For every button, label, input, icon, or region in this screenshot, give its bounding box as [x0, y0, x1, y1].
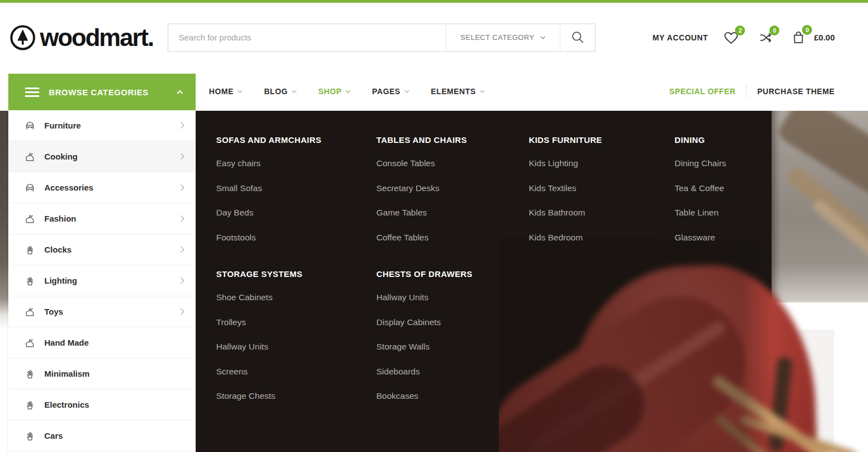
mega-menu-item: Sideboards	[376, 359, 472, 384]
knife-icon	[24, 151, 36, 163]
mega-menu-item-link[interactable]: Kids Bathroom	[529, 208, 585, 217]
wishlist-button[interactable]: 2	[723, 30, 739, 45]
chevron-right-icon	[180, 246, 185, 253]
mega-menu-item-link[interactable]: Shoe Cabinets	[216, 292, 273, 302]
mega-menu-item: Easy chairs	[216, 151, 321, 176]
mega-menu-item-link[interactable]: Easy chairs	[216, 158, 261, 168]
mega-menu-item-link[interactable]: Screens	[216, 367, 248, 376]
mega-menu-item-link[interactable]: Storage Walls	[376, 342, 430, 351]
mega-menu-category-title[interactable]: STORAGE SYSTEMS	[216, 267, 303, 281]
sidebar-item-label: Accessories	[44, 183, 93, 192]
site-logo[interactable]: woodmart.	[9, 24, 153, 52]
chevron-right-icon	[180, 277, 185, 284]
mega-menu-item-link[interactable]: Dining Chairs	[675, 158, 726, 168]
mega-menu-category-title[interactable]: CHESTS OF DRAWERS	[376, 267, 472, 281]
mega-menu-item-link[interactable]: Glassware	[675, 233, 715, 242]
mega-menu-item-link[interactable]: Kids Bedroom	[529, 233, 583, 242]
sidebar-item-accessories[interactable]: Accessories	[8, 172, 196, 203]
sidebar-item-fashion[interactable]: Fashion	[8, 203, 196, 234]
mega-menu-column: SOFAS AND ARMCHAIRSEasy chairsSmall Sofa…	[216, 133, 321, 250]
mega-menu-item-list: Shoe CabinetsTrolleysHallway UnitsScreen…	[216, 285, 303, 409]
mega-menu-item-link[interactable]: Storage Chests	[216, 391, 275, 400]
sidebar-item-label: Minimalism	[44, 369, 90, 378]
compare-button[interactable]: 0	[758, 30, 773, 45]
search-icon	[571, 30, 585, 44]
mega-menu-item-link[interactable]: Bookcases	[376, 391, 418, 400]
nav-item-home[interactable]: HOME	[209, 87, 243, 96]
mega-menu-column: STORAGE SYSTEMSShoe CabinetsTrolleysHall…	[216, 267, 303, 409]
mega-menu-item-link[interactable]: Console Tables	[376, 158, 435, 168]
category-select[interactable]: SELECT CATEGORY	[446, 24, 560, 51]
search-button[interactable]	[560, 24, 595, 51]
sidebar-item-cars[interactable]: Cars	[8, 420, 196, 451]
mega-menu-item: Hallway Units	[376, 285, 472, 310]
mega-menu-category-title[interactable]: DINING	[675, 133, 726, 147]
mega-menu-category-title[interactable]: KIDS FURNITURE	[529, 133, 602, 147]
mega-menu-item-link[interactable]: Day Beds	[216, 208, 253, 217]
chair-icon	[24, 182, 36, 194]
mega-menu-item-link[interactable]: Hallway Units	[376, 292, 428, 302]
mega-menu-item-link[interactable]: Hallway Units	[216, 342, 268, 351]
nav-right-links: SPECIAL OFFER PURCHASE THEME	[670, 85, 835, 98]
chevron-up-icon	[176, 90, 183, 95]
browse-categories-header[interactable]: BROWSE CATEGORIES	[8, 74, 196, 110]
sidebar-item-lighting[interactable]: Lighting	[8, 265, 196, 296]
sidebar-item-furniture[interactable]: Furniture	[8, 110, 196, 141]
mega-menu-item-link[interactable]: Small Sofas	[216, 183, 262, 193]
chevron-down-icon	[404, 90, 410, 94]
mega-menu-category-title[interactable]: SOFAS AND ARMCHAIRS	[216, 133, 321, 147]
knife-icon	[24, 337, 36, 349]
nav-item-elements[interactable]: ELEMENTS	[431, 87, 485, 96]
search-input[interactable]	[169, 24, 446, 51]
mega-menu-item-link[interactable]: Kids Lighting	[529, 158, 578, 168]
mega-menu-item-link[interactable]: Kids Textiles	[529, 183, 576, 193]
mega-menu-item: Table Linen	[675, 201, 726, 225]
mega-menu-columns: SOFAS AND ARMCHAIRSEasy chairsSmall Sofa…	[196, 111, 772, 452]
mega-menu-item-list: Easy chairsSmall SofasDay BedsFootstools	[216, 151, 321, 250]
chevron-right-icon	[180, 153, 185, 160]
header-actions: MY ACCOUNT 2 0 0 £0.00	[652, 30, 835, 45]
mega-menu-item-link[interactable]: Sideboards	[376, 367, 420, 376]
special-offer-link[interactable]: SPECIAL OFFER	[670, 87, 736, 96]
my-account-link[interactable]: MY ACCOUNT	[652, 33, 708, 42]
sidebar-item-minimalism[interactable]: Minimalism	[8, 358, 196, 389]
mega-menu-item-link[interactable]: Secretary Desks	[376, 183, 440, 193]
mega-menu-column: DININGDining ChairsTea & CoffeeTable Lin…	[675, 133, 726, 250]
mega-menu-category-title[interactable]: TABLES AND CHAIRS	[376, 133, 467, 147]
nav-item-shop[interactable]: SHOP	[318, 87, 351, 96]
mega-menu-item-link[interactable]: Table Linen	[675, 208, 718, 217]
chevron-right-icon	[180, 184, 185, 191]
knife-icon	[24, 306, 36, 318]
cart-total[interactable]: £0.00	[814, 33, 835, 42]
chevron-down-icon	[479, 90, 485, 94]
mega-menu-item-link[interactable]: Display Cabinets	[376, 317, 441, 327]
chevron-right-icon	[180, 122, 185, 129]
plant-icon	[24, 244, 36, 256]
mega-menu-item-link[interactable]: Tea & Coffee	[675, 183, 724, 193]
mega-menu-item-link[interactable]: Game Tables	[376, 208, 427, 217]
sidebar-item-hand-made[interactable]: Hand Made	[8, 327, 196, 358]
mega-menu-item: Trolleys	[216, 310, 303, 335]
mega-menu-item-link[interactable]: Footstools	[216, 233, 256, 242]
sidebar-item-electronics[interactable]: Electronics	[8, 389, 196, 420]
nav-item-label: BLOG	[264, 87, 288, 96]
mega-menu-item: Kids Bathroom	[529, 201, 602, 225]
wishlist-count-badge: 2	[735, 25, 745, 35]
nav-item-blog[interactable]: BLOG	[264, 87, 297, 96]
mega-menu-item-link[interactable]: Coffee Tables	[376, 233, 428, 242]
nav-item-label: ELEMENTS	[431, 87, 476, 96]
mega-menu-item-link[interactable]: Trolleys	[216, 317, 246, 327]
sidebar-item-toys[interactable]: Toys	[8, 296, 196, 327]
purchase-theme-link[interactable]: PURCHASE THEME	[757, 87, 835, 96]
cart-button[interactable]: 0	[791, 30, 806, 45]
plant-icon	[24, 399, 36, 411]
knife-icon	[24, 213, 36, 225]
browse-categories-label: BROWSE CATEGORIES	[49, 88, 149, 97]
sidebar-item-clocks[interactable]: Clocks	[8, 234, 196, 265]
logo-text: woodmart.	[40, 24, 153, 52]
mega-menu-item: Day Beds	[216, 201, 321, 225]
nav-item-pages[interactable]: PAGES	[372, 87, 410, 96]
sidebar-item-cooking[interactable]: Cooking	[8, 141, 196, 172]
mega-menu-item: Display Cabinets	[376, 310, 472, 335]
mega-menu-column: TABLES AND CHAIRSConsole TablesSecretary…	[376, 133, 467, 250]
